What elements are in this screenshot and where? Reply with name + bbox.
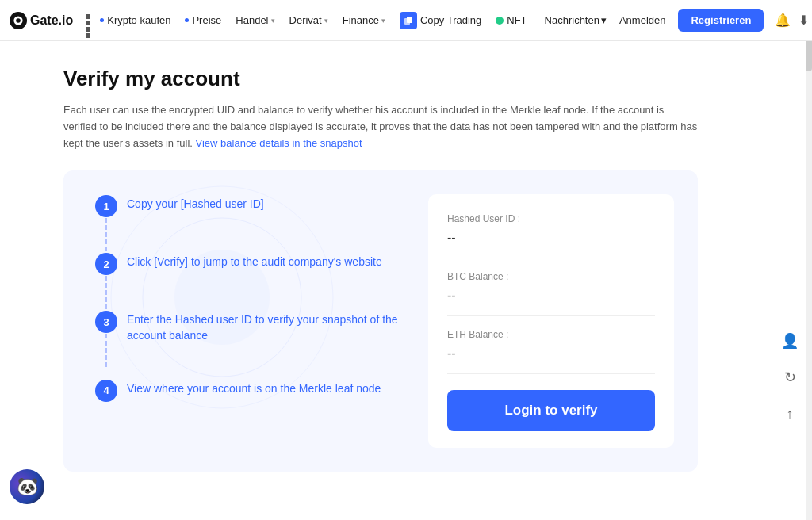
page-title: Verify my account (63, 67, 698, 91)
btc-balance-label: BTC Balance : (447, 271, 655, 282)
nav-preise[interactable]: Preise (180, 0, 226, 41)
right-sidebar: 👤 ↻ ↑ (779, 330, 801, 425)
scrollbar[interactable] (806, 0, 812, 520)
step-4: 4 View where your account is on the Merk… (95, 379, 428, 402)
register-button[interactable]: Registrieren (678, 9, 764, 32)
bell-icon[interactable]: 🔔 (775, 13, 791, 28)
login-to-verify-button[interactable]: Login to verify (447, 390, 655, 431)
step-1-number: 1 (95, 195, 117, 217)
main-content: Verify my account Each user can use the … (0, 41, 761, 488)
step-1: 1 Copy your [Hashed user ID] (95, 194, 428, 217)
svg-point-1 (16, 18, 21, 23)
step-2-text: Click [Verify] to jump to the audit comp… (127, 252, 382, 270)
navbar: Gate.io Krypto kaufen Preise Handel ▾ De… (0, 0, 812, 41)
step-4-text: View where your account is on the Merkle… (127, 379, 381, 397)
step-4-number: 4 (95, 380, 117, 402)
upload-icon[interactable]: ↑ (779, 403, 801, 425)
user-circle-icon[interactable]: 👤 (779, 330, 801, 352)
eth-balance-value: -- (447, 346, 655, 361)
hashed-user-id-field: Hashed User ID : -- (447, 213, 655, 258)
btc-balance-value: -- (447, 289, 655, 303)
eth-balance-label: ETH Balance : (447, 329, 655, 340)
nav-copy-trading[interactable]: Copy Trading (395, 0, 486, 41)
hashed-user-id-label: Hashed User ID : (447, 213, 655, 224)
info-panel: Hashed User ID : -- BTC Balance : -- ETH… (428, 194, 674, 448)
refresh-icon[interactable]: ↻ (779, 366, 801, 388)
nav-handel[interactable]: Handel ▾ (231, 0, 279, 41)
nav-krypto-kaufen[interactable]: Krypto kaufen (95, 0, 175, 41)
step-1-line (105, 218, 107, 251)
verify-card: 1 Copy your [Hashed user ID] 2 Click [Ve… (63, 170, 698, 472)
svg-rect-3 (407, 17, 412, 23)
nav-anmelden[interactable]: Anmelden (615, 14, 671, 26)
step-3-number: 3 (95, 311, 117, 333)
logo-icon (10, 12, 27, 29)
step-1-text: Copy your [Hashed user ID] (127, 194, 264, 212)
eth-balance-field: ETH Balance : -- (447, 329, 655, 374)
btc-balance-field: BTC Balance : -- (447, 271, 655, 316)
grid-icon[interactable] (86, 14, 90, 27)
download-icon[interactable]: ⬇ (799, 13, 809, 28)
steps-section: 1 Copy your [Hashed user ID] 2 Click [Ve… (95, 194, 428, 448)
avatar-image: 🐼 (10, 469, 44, 504)
step-2-line (105, 276, 107, 309)
nav-nachrichten[interactable]: Nachrichten ▾ (542, 14, 610, 26)
hashed-user-id-value: -- (447, 231, 655, 245)
logo[interactable]: Gate.io (10, 12, 73, 29)
copy-trading-icon (400, 12, 417, 29)
nav-nft[interactable]: NFT (491, 0, 531, 41)
page-description: Each user can use the encrypted UID and … (63, 102, 698, 151)
nav-finance[interactable]: Finance ▾ (338, 0, 390, 41)
step-2: 2 Click [Verify] to jump to the audit co… (95, 252, 428, 275)
nav-icon-group: 🔔 ⬇ 🌙 🌐 🕐 🔍 (775, 13, 812, 28)
nav-derivat[interactable]: Derivat ▾ (285, 0, 333, 41)
avatar[interactable]: 🐼 (10, 469, 44, 504)
logo-text: Gate.io (30, 13, 73, 28)
step-2-number: 2 (95, 253, 117, 275)
nft-dot-icon (496, 17, 504, 25)
view-balance-link[interactable]: View balance details in the snapshot (196, 137, 362, 149)
step-3-text: Enter the Hashed user ID to verify your … (127, 310, 428, 343)
step-3-line (105, 334, 107, 367)
step-3: 3 Enter the Hashed user ID to verify you… (95, 310, 428, 343)
